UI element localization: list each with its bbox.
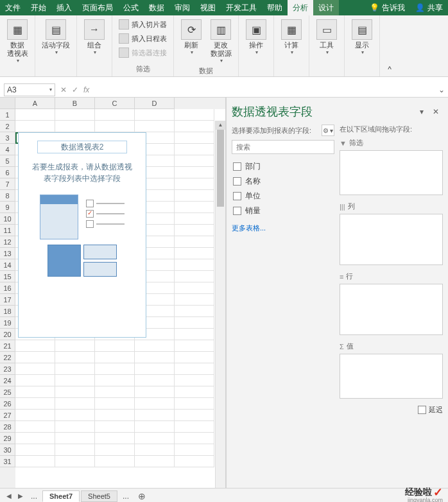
more-tables-link[interactable]: 更多表格... [232,223,334,233]
row-header[interactable]: 1 [0,109,15,121]
cell[interactable] [15,340,55,352]
cell[interactable] [95,121,135,132]
cell[interactable] [55,410,95,421]
tab-view[interactable]: 视图 [195,0,221,15]
cell[interactable] [135,109,175,121]
confirm-icon[interactable]: ✓ [72,85,78,94]
cell[interactable] [95,352,135,363]
sheet-overflow-right[interactable]: ... [119,492,133,501]
tab-design[interactable]: 设计 [313,0,339,15]
cell[interactable] [175,363,214,375]
cell[interactable] [55,433,95,444]
cell[interactable] [95,398,135,410]
cell[interactable] [55,375,95,386]
name-box[interactable]: A3 ▾ [4,83,55,96]
tab-home[interactable]: 开始 [26,0,51,15]
cell[interactable] [135,456,175,467]
select-all-corner[interactable] [0,98,15,109]
row-header[interactable]: 15 [0,271,15,282]
field-item-name[interactable]: 名称 [232,174,334,189]
filters-drop-zone[interactable] [340,150,443,195]
cell[interactable] [55,363,95,375]
row-header[interactable]: 30 [0,444,15,456]
cell[interactable] [55,421,95,433]
tab-developer[interactable]: 开发工具 [221,0,262,15]
tab-page-layout[interactable]: 页面布局 [77,0,118,15]
row-header[interactable]: 21 [0,340,15,352]
row-header[interactable]: 8 [0,190,15,202]
ribbon-collapse-button[interactable]: ^ [380,15,399,76]
field-item-department[interactable]: 部门 [232,159,334,174]
cell[interactable] [15,410,55,421]
row-header[interactable]: 6 [0,167,15,178]
cell[interactable] [175,386,214,398]
calculations-button[interactable]: ▦ 计算 ▾ [278,18,305,56]
row-header[interactable]: 18 [0,306,15,317]
formula-input[interactable] [94,83,435,96]
tab-file[interactable]: 文件 [0,0,26,15]
rows-drop-zone[interactable] [340,284,443,335]
col-header-b[interactable]: B [55,98,95,109]
cell[interactable] [15,109,55,121]
cell[interactable] [15,433,55,444]
actions-button[interactable]: ▣ 操作 ▾ [243,18,270,56]
cell[interactable] [55,109,95,121]
field-item-unit[interactable]: 单位 [232,189,334,203]
cell[interactable] [55,340,95,352]
cell[interactable] [95,410,135,421]
cell[interactable] [175,248,214,259]
cell[interactable] [175,236,214,248]
row-header[interactable]: 3 [0,132,15,144]
cell[interactable] [135,386,175,398]
cell[interactable] [55,121,95,132]
vertical-scrollbar[interactable]: ▲ [215,121,225,488]
row-header[interactable]: 9 [0,202,15,213]
cell[interactable] [135,375,175,386]
cell[interactable] [135,444,175,456]
values-drop-zone[interactable] [340,354,443,399]
cell[interactable] [175,121,214,132]
cell[interactable] [175,213,214,225]
cell[interactable] [175,178,214,190]
cell[interactable] [135,363,175,375]
cell[interactable] [15,444,55,456]
cell[interactable] [135,433,175,444]
checkbox-icon[interactable] [418,406,426,414]
tab-data[interactable]: 数据 [144,0,169,15]
checkbox-icon[interactable] [233,207,241,215]
row-header[interactable]: 19 [0,317,15,329]
cell[interactable] [175,456,214,467]
field-item-sales[interactable]: 销量 [232,203,334,218]
row-header[interactable]: 5 [0,155,15,167]
row-header[interactable]: 14 [0,259,15,271]
refresh-button[interactable]: ⟳ 刷新 ▾ [178,18,205,56]
cell[interactable] [175,294,214,306]
group-button[interactable]: → 组合 ▾ [81,18,108,56]
row-header[interactable]: 16 [0,282,15,294]
row-header[interactable]: 31 [0,456,15,467]
cell[interactable] [175,340,214,352]
cancel-icon[interactable]: ✕ [60,85,67,94]
cell[interactable] [135,398,175,410]
fx-label[interactable]: fx [83,85,89,94]
checkbox-icon[interactable] [233,162,241,171]
tab-review[interactable]: 审阅 [169,0,195,15]
tab-help[interactable]: 帮助 [262,0,288,15]
cell[interactable] [175,144,214,155]
cell[interactable] [15,386,55,398]
gear-icon[interactable]: ⚙ ▾ [322,125,334,136]
cell[interactable] [15,456,55,467]
checkbox-icon[interactable] [233,177,241,186]
pivot-table-button[interactable]: ▦ 数据 透视表 ▾ [4,18,31,65]
cell[interactable] [95,386,135,398]
cell[interactable] [15,375,55,386]
close-icon[interactable]: ✕ [429,106,443,117]
cell[interactable] [175,259,214,271]
filter-connections-button[interactable]: 筛选器连接 [116,46,169,59]
sheet-tab-sheet5[interactable]: Sheet5 [81,490,117,502]
cell[interactable] [175,167,214,178]
cell[interactable] [175,132,214,144]
tell-me-button[interactable]: 💡 告诉我 [365,3,410,13]
row-header[interactable]: 10 [0,213,15,225]
insert-timeline-button[interactable]: 插入日程表 [116,32,169,45]
